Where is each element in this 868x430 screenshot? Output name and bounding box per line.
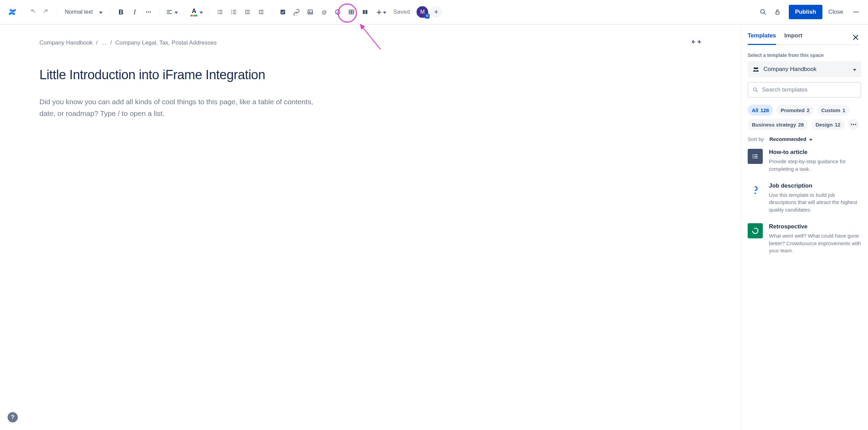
avatar-initial: M [420, 9, 425, 15]
chip-custom[interactable]: Custom 1 [817, 105, 849, 116]
chip-promoted[interactable]: Promoted 2 [776, 105, 813, 116]
svg-point-0 [146, 11, 147, 13]
undo-button[interactable] [26, 5, 39, 19]
page-title[interactable]: Little Introduction into iFrame Integrat… [0, 47, 740, 82]
templates-panel: Templates Import Select a template from … [740, 25, 868, 430]
chip-design[interactable]: Design 12 [811, 119, 845, 130]
space-select[interactable]: Company Handbook [748, 61, 861, 77]
svg-rect-23 [259, 13, 263, 14]
svg-point-52 [752, 154, 754, 155]
alignment-button[interactable] [164, 5, 180, 19]
layouts-button[interactable] [359, 5, 372, 19]
tab-templates[interactable]: Templates [748, 30, 776, 45]
svg-rect-22 [261, 12, 263, 12]
template-icon [748, 149, 763, 164]
find-button[interactable] [757, 5, 770, 19]
svg-rect-55 [754, 156, 758, 157]
template-item[interactable]: Job description Use this template to bui… [748, 182, 861, 214]
redo-button[interactable] [40, 5, 53, 19]
svg-point-49 [851, 124, 852, 125]
confluence-logo[interactable] [5, 5, 19, 19]
image-button[interactable] [304, 5, 317, 19]
outdent-button[interactable] [241, 5, 254, 19]
insert-more-button[interactable]: + [373, 5, 390, 19]
panel-close-button[interactable] [850, 32, 861, 43]
text-color-button[interactable]: A [189, 5, 205, 19]
svg-point-28 [335, 10, 340, 14]
close-button[interactable]: Close [824, 5, 848, 19]
svg-rect-7 [219, 10, 222, 11]
bullet-list-button[interactable] [214, 5, 227, 19]
bold-button[interactable]: B [114, 5, 128, 19]
svg-point-29 [337, 11, 337, 12]
plus-icon: + [376, 8, 382, 16]
more-formatting-button[interactable] [142, 5, 155, 19]
chip-all[interactable]: All 128 [748, 105, 773, 116]
indent-button[interactable] [255, 5, 268, 19]
svg-point-42 [857, 11, 859, 13]
template-list: How-to article Provide step-by-step guid… [748, 149, 861, 263]
svg-point-50 [853, 124, 854, 125]
publish-button[interactable]: Publish [789, 5, 822, 19]
chevron-down-icon [174, 10, 178, 15]
action-item-button[interactable] [276, 5, 289, 19]
sort-label: Sort by [748, 136, 764, 142]
svg-point-56 [752, 157, 754, 158]
table-button[interactable] [345, 5, 358, 19]
svg-line-48 [756, 91, 758, 92]
user-avatar[interactable]: M M [417, 6, 428, 18]
svg-rect-11 [219, 13, 222, 14]
editor-toolbar: Normal text B I A 123 [0, 0, 868, 25]
italic-button[interactable]: I [128, 5, 141, 19]
svg-rect-36 [365, 10, 367, 14]
svg-rect-4 [167, 12, 170, 12]
svg-point-10 [218, 13, 219, 14]
template-icon [748, 182, 763, 198]
template-search-input[interactable] [762, 86, 856, 93]
plus-icon: + [434, 8, 438, 16]
template-search[interactable] [748, 82, 861, 98]
chip-business-strategy[interactable]: Business strategy 28 [748, 119, 808, 130]
numbered-list-button[interactable]: 123 [227, 5, 240, 19]
space-name: Company Handbook [763, 66, 849, 73]
invite-collaborator-button[interactable]: + [430, 6, 442, 18]
svg-rect-21 [259, 10, 263, 11]
template-title: How-to article [769, 149, 861, 156]
breadcrumb-root[interactable]: Company Handbook [39, 39, 93, 46]
template-desc: Use this template to build job descripti… [769, 191, 861, 214]
breadcrumb-current[interactable]: Company Legal, Tax, Postal Addresses [115, 39, 216, 46]
sort-select[interactable]: Recommended [770, 136, 813, 142]
page-body-placeholder[interactable]: Did you know you can add all kinds of co… [0, 82, 363, 119]
svg-point-41 [855, 11, 857, 13]
breadcrumb-ellipsis[interactable]: … [101, 39, 107, 46]
search-icon [752, 87, 759, 93]
chip-more[interactable] [848, 119, 859, 130]
svg-point-58 [755, 192, 756, 194]
chevron-down-icon [200, 10, 203, 15]
help-bubble[interactable]: ? [8, 412, 18, 422]
svg-rect-17 [233, 13, 236, 14]
breadcrumb-separator: / [96, 39, 98, 46]
svg-text:3: 3 [231, 13, 232, 15]
tab-import[interactable]: Import [784, 30, 803, 45]
template-item[interactable]: How-to article Provide step-by-step guid… [748, 149, 861, 173]
text-style-select[interactable]: Normal text [61, 5, 106, 19]
mention-button[interactable]: @ [317, 5, 330, 19]
chevron-down-icon [853, 66, 856, 72]
link-button[interactable] [290, 5, 303, 19]
svg-point-47 [754, 88, 757, 91]
svg-rect-39 [776, 12, 779, 14]
svg-point-54 [752, 156, 754, 157]
page-width-toggle[interactable] [691, 38, 701, 47]
svg-rect-53 [754, 155, 758, 155]
svg-rect-3 [167, 10, 172, 11]
template-title: Job description [769, 182, 861, 189]
svg-rect-13 [233, 10, 236, 11]
svg-rect-18 [245, 10, 250, 11]
text-style-label: Normal text [65, 9, 93, 15]
template-filter-chips: All 128 Promoted 2 Custom 1 Business str… [748, 105, 861, 130]
restrictions-button[interactable] [771, 5, 784, 19]
more-menu-button[interactable] [849, 5, 863, 19]
emoji-button[interactable] [331, 5, 344, 19]
template-item[interactable]: Retrospective What went well? What could… [748, 223, 861, 254]
